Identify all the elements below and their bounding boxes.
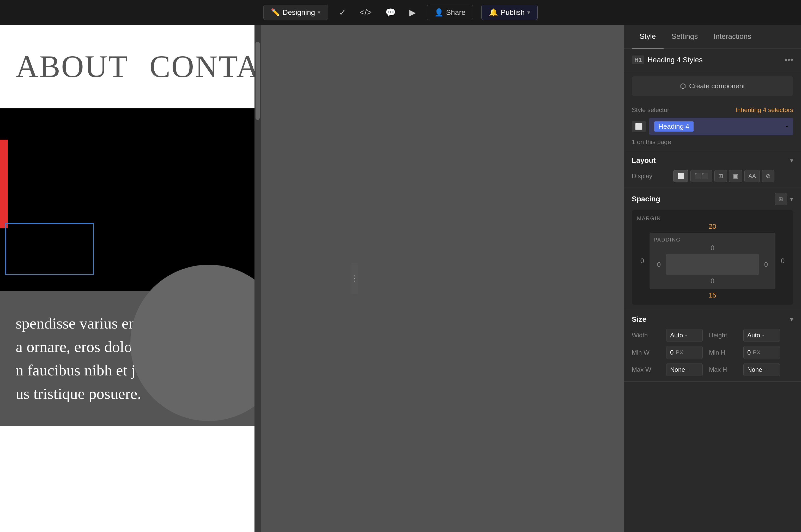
selector-input-row: ⬜ Heading 4 ▾ <box>632 118 793 135</box>
panel-resize-handle[interactable] <box>351 263 358 294</box>
right-panel: Style Settings Interactions H1 Heading 4… <box>624 25 801 532</box>
tab-interactions[interactable]: Interactions <box>706 25 759 49</box>
spacing-box: MARGIN 20 0 PADDING 0 0 0 0 0 <box>632 210 793 305</box>
height-value: Auto <box>747 332 760 339</box>
publish-icon: 🔔 <box>489 8 498 17</box>
spacing-collapse-icon[interactable]: ▾ <box>790 195 793 203</box>
display-flex-h-button[interactable]: ⬛⬛ <box>690 170 712 183</box>
width-input[interactable]: Auto - <box>666 329 703 342</box>
margin-left-value[interactable]: 0 <box>637 257 648 265</box>
width-dash: - <box>685 332 687 339</box>
min-width-unit: PX <box>676 349 683 356</box>
size-section-header: Size ▾ <box>632 315 793 324</box>
designing-mode-button[interactable]: ✏️ Designing ▾ <box>263 5 328 20</box>
drag-dot <box>354 281 355 282</box>
panel-header-left: H1 Heading 4 Styles <box>632 56 703 64</box>
max-height-input[interactable]: None - <box>743 363 780 376</box>
max-height-label: Max H <box>709 366 740 373</box>
max-height-dash: - <box>764 366 766 373</box>
tab-settings[interactable]: Settings <box>663 25 706 49</box>
display-block-button[interactable]: ⬜ <box>673 170 688 183</box>
topbar: ✏️ Designing ▾ ✓ </> 💬 ▶ 👤 Share 🔔 Publi… <box>0 0 801 25</box>
create-component-label: Create component <box>689 82 745 90</box>
play-icon-button[interactable]: ▶ <box>407 5 418 20</box>
scrollbar[interactable] <box>254 25 261 532</box>
display-row: Display ⬜ ⬛⬛ ⊞ ▣ AA ⊘ <box>632 170 793 183</box>
padding-sides-row: 0 0 <box>654 254 771 275</box>
size-collapse-icon[interactable]: ▾ <box>790 316 793 323</box>
height-row: Height Auto - <box>709 329 780 342</box>
nav-contact-link[interactable]: CONTACT <box>149 49 261 85</box>
max-width-row: Max W None - <box>632 363 703 376</box>
layout-section-title: Layout <box>632 156 656 165</box>
max-width-value: None <box>670 366 685 373</box>
max-height-value: None <box>747 366 762 373</box>
size-section-title: Size <box>632 315 647 324</box>
inheriting-selectors-text: Inheriting 4 selectors <box>735 106 793 114</box>
share-icon: 👤 <box>434 8 443 17</box>
panel-more-button[interactable]: ••• <box>784 55 793 64</box>
height-dash: - <box>762 332 764 339</box>
preview-black-section <box>0 108 261 291</box>
spacing-section: Spacing ⊞ ▾ MARGIN 20 0 PADDING 0 0 <box>624 188 801 310</box>
min-width-input[interactable]: 0 PX <box>666 346 703 359</box>
layout-collapse-icon[interactable]: ▾ <box>790 157 793 164</box>
code-icon-button[interactable]: </> <box>357 5 374 20</box>
selector-dropdown[interactable]: Heading 4 ▾ <box>649 118 793 135</box>
max-width-input[interactable]: None - <box>666 363 703 376</box>
preview-nav: ABOUT CONTACT CART 3 <box>0 25 261 108</box>
display-grid-button[interactable]: ⊞ <box>714 170 727 183</box>
display-text-button[interactable]: AA <box>744 170 760 183</box>
height-input[interactable]: Auto - <box>743 329 780 342</box>
pencil-icon: ✏️ <box>271 8 280 17</box>
drag-dot <box>354 276 355 277</box>
margin-label: MARGIN <box>637 215 788 222</box>
red-accent-bar <box>0 140 8 228</box>
margin-top-value[interactable]: 20 <box>637 223 788 231</box>
main-area: ABOUT CONTACT CART 3 spendisse varius en… <box>0 25 801 532</box>
min-height-unit: PX <box>753 349 760 356</box>
mode-chevron-icon: ▾ <box>317 9 321 16</box>
on-page-count: 1 on this page <box>632 138 793 146</box>
layout-section: Layout ▾ Display ⬜ ⬛⬛ ⊞ ▣ AA ⊘ <box>624 151 801 188</box>
padding-right-value[interactable]: 0 <box>761 261 771 269</box>
mode-label: Designing <box>283 8 315 17</box>
style-selector-row: Style selector Inheriting 4 selectors <box>632 106 793 114</box>
display-options: ⬜ ⬛⬛ ⊞ ▣ AA ⊘ <box>673 170 775 183</box>
spacing-link-button[interactable]: ⊞ <box>775 193 787 205</box>
margin-right-value[interactable]: 0 <box>778 257 788 265</box>
min-height-value: 0 <box>747 349 751 356</box>
spacing-section-header: Spacing ⊞ ▾ <box>632 193 793 205</box>
margin-bottom-value[interactable]: 15 <box>637 291 788 299</box>
max-height-row: Max H None - <box>709 363 780 376</box>
padding-top-value[interactable]: 0 <box>654 244 771 252</box>
selector-value: Heading 4 <box>654 121 694 132</box>
comment-icon-button[interactable]: 💬 <box>383 5 398 20</box>
display-flex-v-button[interactable]: ▣ <box>729 170 742 183</box>
preview-gray-section: spendisse varius enim a ornare, eros dol… <box>0 291 261 426</box>
preview-panel: ABOUT CONTACT CART 3 spendisse varius en… <box>0 25 261 532</box>
check-icon-button[interactable]: ✓ <box>336 5 349 20</box>
tab-style[interactable]: Style <box>632 25 663 49</box>
selector-chevron-icon: ▾ <box>786 124 788 129</box>
publish-button[interactable]: 🔔 Publish ▾ <box>481 5 538 20</box>
display-none-button[interactable]: ⊘ <box>762 170 775 183</box>
min-height-input[interactable]: 0 PX <box>743 346 780 359</box>
heading-badge: H1 <box>632 56 644 64</box>
padding-bottom-value[interactable]: 0 <box>654 277 771 285</box>
padding-label: PADDING <box>654 237 771 243</box>
nav-about-link[interactable]: ABOUT <box>16 49 129 85</box>
drag-dot <box>354 278 355 279</box>
min-height-row: Min H 0 PX <box>709 346 780 359</box>
panel-tabs: Style Settings Interactions <box>624 25 801 49</box>
min-width-label: Min W <box>632 349 663 356</box>
height-label: Height <box>709 332 740 339</box>
panel-header: H1 Heading 4 Styles ••• <box>624 49 801 71</box>
share-label: Share <box>446 8 466 17</box>
selector-layout-icon: ⬜ <box>632 121 646 132</box>
width-row: Width Auto - <box>632 329 703 342</box>
padding-left-value[interactable]: 0 <box>654 261 664 269</box>
share-button[interactable]: 👤 Share <box>427 5 473 20</box>
create-component-button[interactable]: ⬡ Create component <box>632 76 793 96</box>
scrollbar-thumb[interactable] <box>256 42 260 120</box>
